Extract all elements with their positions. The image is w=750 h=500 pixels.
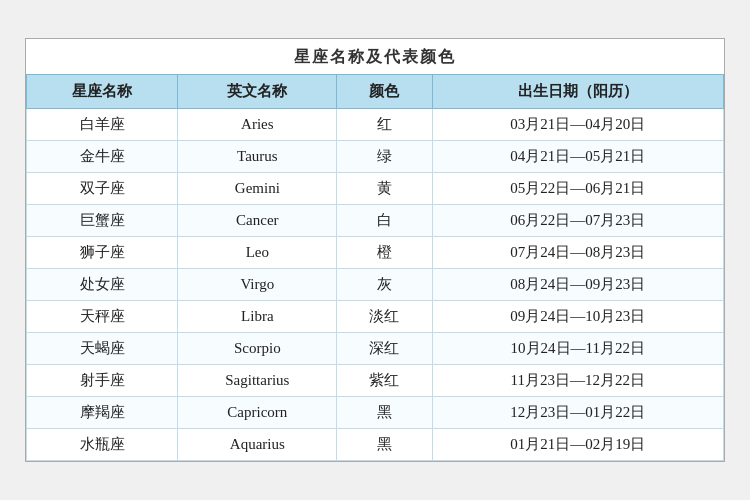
- cell-zh: 白羊座: [27, 109, 178, 141]
- cell-date: 01月21日—02月19日: [432, 429, 723, 461]
- cell-en: Sagittarius: [178, 365, 337, 397]
- cell-color: 白: [337, 205, 432, 237]
- cell-color: 橙: [337, 237, 432, 269]
- cell-date: 10月24日—11月22日: [432, 333, 723, 365]
- cell-color: 灰: [337, 269, 432, 301]
- cell-date: 07月24日—08月23日: [432, 237, 723, 269]
- cell-en: Libra: [178, 301, 337, 333]
- cell-date: 11月23日—12月22日: [432, 365, 723, 397]
- table-row: 摩羯座Capricorn黑12月23日—01月22日: [27, 397, 724, 429]
- cell-color: 红: [337, 109, 432, 141]
- table-row: 天蝎座Scorpio深红10月24日—11月22日: [27, 333, 724, 365]
- cell-en: Virgo: [178, 269, 337, 301]
- cell-date: 09月24日—10月23日: [432, 301, 723, 333]
- cell-zh: 巨蟹座: [27, 205, 178, 237]
- cell-en: Cancer: [178, 205, 337, 237]
- cell-zh: 金牛座: [27, 141, 178, 173]
- cell-zh: 射手座: [27, 365, 178, 397]
- main-container: 星座名称及代表颜色 星座名称 英文名称 颜色 出生日期（阳历） 白羊座Aries…: [25, 38, 725, 462]
- cell-en: Leo: [178, 237, 337, 269]
- cell-zh: 天秤座: [27, 301, 178, 333]
- cell-zh: 天蝎座: [27, 333, 178, 365]
- cell-date: 12月23日—01月22日: [432, 397, 723, 429]
- cell-zh: 处女座: [27, 269, 178, 301]
- header-en: 英文名称: [178, 75, 337, 109]
- cell-color: 淡红: [337, 301, 432, 333]
- table-row: 水瓶座Aquarius黑01月21日—02月19日: [27, 429, 724, 461]
- cell-zh: 水瓶座: [27, 429, 178, 461]
- cell-date: 03月21日—04月20日: [432, 109, 723, 141]
- cell-zh: 摩羯座: [27, 397, 178, 429]
- cell-color: 深红: [337, 333, 432, 365]
- cell-color: 绿: [337, 141, 432, 173]
- cell-zh: 双子座: [27, 173, 178, 205]
- header-date: 出生日期（阳历）: [432, 75, 723, 109]
- header-zh: 星座名称: [27, 75, 178, 109]
- table-header-row: 星座名称 英文名称 颜色 出生日期（阳历）: [27, 75, 724, 109]
- cell-color: 紫红: [337, 365, 432, 397]
- cell-date: 04月21日—05月21日: [432, 141, 723, 173]
- cell-date: 08月24日—09月23日: [432, 269, 723, 301]
- header-color: 颜色: [337, 75, 432, 109]
- cell-zh: 狮子座: [27, 237, 178, 269]
- cell-color: 黑: [337, 429, 432, 461]
- table-row: 巨蟹座Cancer白06月22日—07月23日: [27, 205, 724, 237]
- zodiac-table: 星座名称 英文名称 颜色 出生日期（阳历） 白羊座Aries红03月21日—04…: [26, 74, 724, 461]
- cell-en: Gemini: [178, 173, 337, 205]
- table-row: 射手座Sagittarius紫红11月23日—12月22日: [27, 365, 724, 397]
- table-row: 狮子座Leo橙07月24日—08月23日: [27, 237, 724, 269]
- table-row: 天秤座Libra淡红09月24日—10月23日: [27, 301, 724, 333]
- cell-color: 黑: [337, 397, 432, 429]
- cell-date: 05月22日—06月21日: [432, 173, 723, 205]
- cell-en: Taurus: [178, 141, 337, 173]
- cell-date: 06月22日—07月23日: [432, 205, 723, 237]
- table-row: 处女座Virgo灰08月24日—09月23日: [27, 269, 724, 301]
- cell-en: Capricorn: [178, 397, 337, 429]
- table-row: 金牛座Taurus绿04月21日—05月21日: [27, 141, 724, 173]
- cell-en: Aries: [178, 109, 337, 141]
- table-row: 白羊座Aries红03月21日—04月20日: [27, 109, 724, 141]
- cell-color: 黄: [337, 173, 432, 205]
- page-title: 星座名称及代表颜色: [26, 39, 724, 74]
- cell-en: Aquarius: [178, 429, 337, 461]
- cell-en: Scorpio: [178, 333, 337, 365]
- table-row: 双子座Gemini黄05月22日—06月21日: [27, 173, 724, 205]
